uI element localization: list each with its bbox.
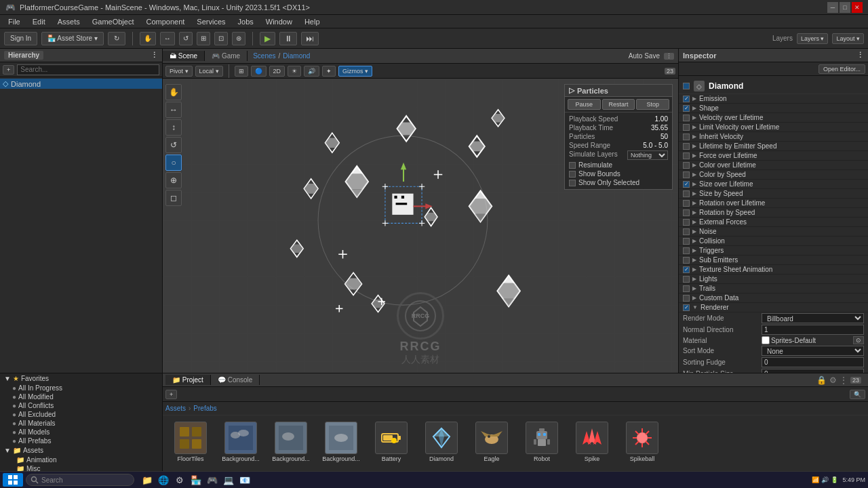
show-only-selected-row[interactable]: Show Only Selected <box>569 178 668 187</box>
tree-item-all-models[interactable]: ● All Models <box>0 428 162 436</box>
play-button[interactable]: ▶ <box>260 32 275 45</box>
section-rotation-lifetime[interactable]: ▶ Rotation over Lifetime <box>679 199 868 208</box>
tree-item-animation[interactable]: 📁 Animation <box>0 455 162 464</box>
layout-dropdown[interactable]: Layout ▾ <box>832 33 864 44</box>
taskbar-app-store[interactable]: 🏪 <box>189 472 203 487</box>
custom-data-checkbox[interactable] <box>683 295 690 302</box>
section-inherit-velocity[interactable]: ▶ Inherit Velocity <box>679 132 868 142</box>
shape-checkbox[interactable]: ✓ <box>683 105 690 112</box>
section-external-forces[interactable]: ▶ External Forces <box>679 218 868 227</box>
resimulate-row[interactable]: Resimulate <box>569 161 668 169</box>
bottom-gear-icon[interactable]: ⚙ <box>829 375 837 385</box>
favorites-header[interactable]: ▼ ★ Favorites <box>0 373 162 384</box>
tab-hierarchy[interactable]: Hierarchy <box>4 51 43 60</box>
path-prefabs[interactable]: Prefabs <box>193 405 216 412</box>
rotate-tool[interactable]: ↺ <box>179 32 193 45</box>
hierarchy-search-input[interactable] <box>17 64 159 75</box>
circle-tool-btn[interactable]: ○ <box>165 155 182 171</box>
color-speed-checkbox[interactable] <box>683 171 690 178</box>
hierarchy-item-diamond[interactable]: ◇ Diamond <box>0 79 162 89</box>
scene-2d-toggle[interactable]: 2D <box>269 66 285 77</box>
renderer-checkbox[interactable]: ✓ <box>683 304 690 311</box>
texture-sheet-checkbox[interactable]: ✓ <box>683 266 690 273</box>
minimize-button[interactable]: ─ <box>827 2 838 13</box>
menu-services[interactable]: Services <box>191 16 231 27</box>
sub-emitters-checkbox[interactable] <box>683 257 690 264</box>
pivot-tool-btn[interactable]: ⊕ <box>165 172 182 188</box>
lifetime-speed-checkbox[interactable] <box>683 143 690 150</box>
resimulate-checkbox[interactable] <box>569 162 576 169</box>
section-collision[interactable]: ▶ Collision <box>679 237 868 246</box>
taskbar-app-mail[interactable]: 📧 <box>237 472 252 487</box>
min-particle-size-input[interactable] <box>762 369 864 373</box>
taskbar-app-vscode[interactable]: 💻 <box>221 472 236 487</box>
section-emission[interactable]: ✓ ▶ Emission <box>679 94 868 104</box>
scene-audio[interactable]: 🔊 <box>304 66 319 77</box>
scene-gizmos[interactable]: Gizmos ▾ <box>338 66 372 77</box>
layers-dropdown[interactable]: Layers ▾ <box>797 33 829 44</box>
hand-tool[interactable]: ✋ <box>140 32 156 45</box>
inspector-menu-icon[interactable]: ⋮ <box>856 51 864 60</box>
scale-tool-btn[interactable]: ↕ <box>165 119 182 136</box>
taskbar-app-chrome[interactable]: 🌐 <box>156 472 171 487</box>
taskbar-app-settings[interactable]: ⚙ <box>172 472 187 487</box>
object-active-checkbox[interactable] <box>683 83 690 89</box>
hierarchy-menu-icon[interactable]: ⋮ <box>151 51 158 60</box>
lights-checkbox[interactable] <box>683 276 690 283</box>
signin-button[interactable]: Sign In <box>4 32 37 45</box>
stop-particle-btn[interactable]: Stop <box>636 99 669 110</box>
asset-diamond[interactable]: Diamond <box>418 420 465 464</box>
collision-checkbox[interactable] <box>683 238 690 245</box>
move-scene-tool[interactable]: ✋ <box>165 84 182 100</box>
show-bounds-checkbox[interactable] <box>569 171 576 178</box>
section-lights[interactable]: ▶ Lights <box>679 274 868 284</box>
transform-tool[interactable]: ⊛ <box>232 32 245 45</box>
sorting-fudge-input[interactable] <box>762 357 864 367</box>
diamond-link[interactable]: Diamond <box>283 52 310 60</box>
restart-particle-btn[interactable]: Restart <box>602 99 635 110</box>
section-shape[interactable]: ✓ ▶ Shape <box>679 104 868 113</box>
scale-tool[interactable]: ⊞ <box>197 32 210 45</box>
asset-store-button[interactable]: 🏪 Asset Store ▾ <box>41 32 104 45</box>
tab-console[interactable]: 💬 Console <box>211 375 260 385</box>
bottom-lock-icon[interactable]: 🔒 <box>816 375 827 385</box>
menu-window[interactable]: Window <box>260 16 298 27</box>
menu-edit[interactable]: Edit <box>27 16 51 27</box>
section-custom-data[interactable]: ▶ Custom Data <box>679 293 868 303</box>
assets-search-btn[interactable]: 🔍 <box>850 390 865 399</box>
bottom-menu-icon[interactable]: ⋮ <box>840 375 848 385</box>
rotate-tool-btn[interactable]: ↺ <box>165 137 182 153</box>
pause-particle-btn[interactable]: Pause <box>568 99 601 110</box>
scene-lighting[interactable]: ☀ <box>288 66 301 77</box>
hierarchy-add-button[interactable]: + <box>3 65 14 75</box>
rect-tool[interactable]: ⊡ <box>214 32 228 45</box>
force-lifetime-checkbox[interactable] <box>683 152 690 159</box>
assets-header[interactable]: ▼ 📁 Assets <box>0 445 162 455</box>
section-size-speed[interactable]: ▶ Size by Speed <box>679 189 868 199</box>
normal-direction-input[interactable] <box>762 325 864 335</box>
asset-background-2[interactable]: Background... <box>267 420 315 464</box>
scene-tab-scene[interactable]: 🏔 Scene <box>163 51 205 61</box>
move-tool[interactable]: ↔ <box>160 32 175 45</box>
menu-jobs[interactable]: Jobs <box>233 16 259 27</box>
section-size-lifetime[interactable]: ✓ ▶ Size over Lifetime <box>679 180 868 189</box>
rotation-lifetime-checkbox[interactable] <box>683 200 690 207</box>
section-lifetime-speed[interactable]: ▶ Lifetime by Emitter Speed <box>679 142 868 151</box>
scene-view-mode[interactable]: ⊞ <box>235 66 248 77</box>
scene-fx[interactable]: ✦ <box>322 66 336 77</box>
section-renderer[interactable]: ✓ ▼ Renderer <box>679 303 868 312</box>
asset-spikeball[interactable]: Spikeball <box>618 420 666 464</box>
tree-item-all-conflicts[interactable]: ● All Conflicts <box>0 401 162 410</box>
menu-help[interactable]: Help <box>299 16 326 27</box>
asset-spike[interactable]: Spike <box>568 420 616 464</box>
emission-checkbox[interactable]: ✓ <box>683 96 690 102</box>
section-noise[interactable]: ▶ Noise <box>679 227 868 237</box>
scene-shading[interactable]: 🔵 <box>251 66 267 77</box>
pivot-dropdown[interactable]: Pivot ▾ <box>165 66 193 77</box>
trails-checkbox[interactable] <box>683 285 690 292</box>
menu-file[interactable]: File <box>3 16 26 27</box>
pause-button[interactable]: ⏸ <box>279 32 297 45</box>
scenes-link[interactable]: Scenes <box>253 52 275 60</box>
section-color-lifetime[interactable]: ▶ Color over Lifetime <box>679 161 868 170</box>
tree-item-all-excluded[interactable]: ● All Excluded <box>0 410 162 419</box>
